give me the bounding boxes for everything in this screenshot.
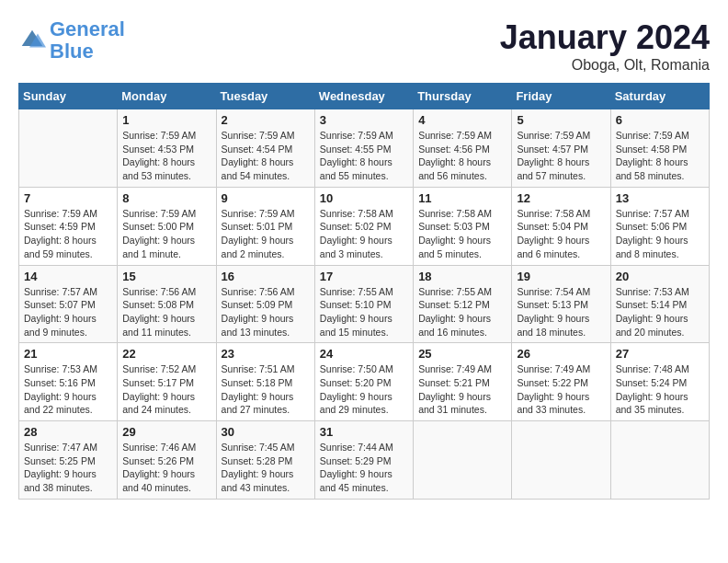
sunrise-text: Sunrise: 7:53 AM — [616, 286, 689, 297]
sunrise-text: Sunrise: 7:53 AM — [24, 363, 97, 374]
daylight-text: Daylight: 8 hours and 53 minutes. — [122, 156, 195, 181]
daylight-text: Daylight: 9 hours and 15 minutes. — [320, 313, 392, 338]
sunrise-text: Sunrise: 7:58 AM — [418, 208, 492, 219]
day-info: Sunrise: 7:55 AMSunset: 5:12 PMDaylight:… — [418, 285, 506, 339]
day-number: 20 — [616, 270, 704, 283]
sunset-text: Sunset: 4:59 PM — [24, 221, 96, 232]
daylight-text: Daylight: 9 hours and 31 minutes. — [418, 391, 491, 416]
week-row-4: 21Sunrise: 7:53 AMSunset: 5:16 PMDayligh… — [19, 343, 710, 421]
calendar-cell: 13Sunrise: 7:57 AMSunset: 5:06 PMDayligh… — [610, 187, 709, 265]
calendar-cell: 17Sunrise: 7:55 AMSunset: 5:10 PMDayligh… — [314, 265, 413, 343]
day-number: 29 — [122, 425, 210, 439]
daylight-text: Daylight: 9 hours and 43 minutes. — [222, 468, 294, 493]
sunset-text: Sunset: 4:54 PM — [222, 144, 293, 155]
calendar-cell: 3Sunrise: 7:59 AMSunset: 4:55 PMDaylight… — [314, 109, 413, 188]
day-info: Sunrise: 7:54 AMSunset: 5:13 PMDaylight:… — [517, 285, 605, 339]
day-info: Sunrise: 7:59 AMSunset: 4:58 PMDaylight:… — [616, 129, 704, 183]
daylight-text: Daylight: 8 hours and 59 minutes. — [24, 235, 97, 259]
sunrise-text: Sunrise: 7:56 AM — [222, 286, 295, 297]
day-number: 14 — [24, 270, 112, 283]
calendar-cell: 21Sunrise: 7:53 AMSunset: 5:16 PMDayligh… — [19, 343, 118, 421]
day-info: Sunrise: 7:59 AMSunset: 4:53 PMDaylight:… — [122, 129, 210, 183]
day-info: Sunrise: 7:48 AMSunset: 5:24 PMDaylight:… — [616, 362, 704, 417]
day-info: Sunrise: 7:46 AMSunset: 5:26 PMDaylight:… — [122, 441, 210, 495]
sunset-text: Sunset: 5:08 PM — [122, 299, 194, 310]
day-number: 7 — [24, 191, 112, 205]
sunrise-text: Sunrise: 7:47 AM — [24, 442, 97, 453]
sunrise-text: Sunrise: 7:57 AM — [616, 208, 689, 219]
week-row-3: 14Sunrise: 7:57 AMSunset: 5:07 PMDayligh… — [19, 265, 710, 343]
calendar-cell: 19Sunrise: 7:54 AMSunset: 5:13 PMDayligh… — [512, 265, 610, 343]
day-number: 18 — [418, 270, 506, 283]
daylight-text: Daylight: 9 hours and 29 minutes. — [320, 391, 392, 416]
day-info: Sunrise: 7:58 AMSunset: 5:03 PMDaylight:… — [418, 207, 506, 261]
sunset-text: Sunset: 5:03 PM — [418, 221, 490, 232]
sunrise-text: Sunrise: 7:59 AM — [122, 130, 196, 141]
day-number: 13 — [616, 191, 704, 205]
calendar-cell: 7Sunrise: 7:59 AMSunset: 4:59 PMDaylight… — [19, 187, 118, 265]
sunrise-text: Sunrise: 7:54 AM — [517, 286, 590, 297]
sunrise-text: Sunrise: 7:50 AM — [320, 363, 393, 374]
day-number: 16 — [222, 270, 310, 283]
week-row-5: 28Sunrise: 7:47 AMSunset: 5:25 PMDayligh… — [19, 421, 710, 500]
day-number: 15 — [122, 270, 210, 283]
calendar-cell: 26Sunrise: 7:49 AMSunset: 5:22 PMDayligh… — [512, 343, 610, 421]
logo-line1: General — [50, 17, 125, 40]
day-number: 26 — [517, 347, 605, 361]
daylight-text: Daylight: 9 hours and 9 minutes. — [24, 313, 97, 338]
calendar-cell: 4Sunrise: 7:59 AMSunset: 4:56 PMDaylight… — [414, 109, 512, 188]
sunset-text: Sunset: 5:16 PM — [24, 377, 96, 388]
daylight-text: Daylight: 8 hours and 55 minutes. — [320, 156, 392, 181]
day-number: 1 — [122, 113, 210, 127]
calendar-cell: 9Sunrise: 7:59 AMSunset: 5:01 PMDaylight… — [216, 187, 314, 265]
sunrise-text: Sunrise: 7:59 AM — [122, 208, 196, 219]
calendar-cell: 1Sunrise: 7:59 AMSunset: 4:53 PMDaylight… — [118, 109, 216, 188]
sunrise-text: Sunrise: 7:51 AM — [222, 363, 295, 374]
daylight-text: Daylight: 9 hours and 8 minutes. — [616, 235, 688, 259]
daylight-text: Daylight: 9 hours and 20 minutes. — [616, 313, 688, 338]
day-number: 11 — [418, 191, 506, 205]
sunrise-text: Sunrise: 7:59 AM — [418, 130, 492, 141]
sunset-text: Sunset: 4:57 PM — [517, 144, 588, 155]
sunset-text: Sunset: 5:01 PM — [222, 221, 293, 232]
calendar-cell: 14Sunrise: 7:57 AMSunset: 5:07 PMDayligh… — [19, 265, 118, 343]
sunset-text: Sunset: 5:17 PM — [122, 377, 194, 388]
sunrise-text: Sunrise: 7:57 AM — [24, 286, 97, 297]
calendar-cell — [19, 109, 118, 188]
daylight-text: Daylight: 8 hours and 56 minutes. — [418, 156, 491, 181]
calendar-cell: 11Sunrise: 7:58 AMSunset: 5:03 PMDayligh… — [414, 187, 512, 265]
sunrise-text: Sunrise: 7:55 AM — [320, 286, 393, 297]
day-info: Sunrise: 7:59 AMSunset: 4:54 PMDaylight:… — [222, 129, 310, 183]
day-info: Sunrise: 7:53 AMSunset: 5:16 PMDaylight:… — [24, 362, 112, 417]
sunrise-text: Sunrise: 7:59 AM — [24, 208, 97, 219]
daylight-text: Daylight: 9 hours and 5 minutes. — [418, 235, 491, 259]
sunrise-text: Sunrise: 7:45 AM — [222, 442, 295, 453]
sunset-text: Sunset: 5:12 PM — [418, 299, 490, 310]
daylight-text: Daylight: 9 hours and 22 minutes. — [24, 391, 97, 416]
day-number: 21 — [24, 347, 112, 361]
day-info: Sunrise: 7:56 AMSunset: 5:08 PMDaylight:… — [122, 285, 210, 339]
day-number: 9 — [222, 191, 310, 205]
day-number: 3 — [320, 113, 408, 127]
daylight-text: Daylight: 9 hours and 38 minutes. — [24, 468, 97, 493]
daylight-text: Daylight: 9 hours and 40 minutes. — [122, 468, 195, 493]
day-number: 24 — [320, 347, 408, 361]
daylight-text: Daylight: 9 hours and 2 minutes. — [222, 235, 294, 259]
day-info: Sunrise: 7:58 AMSunset: 5:04 PMDaylight:… — [517, 207, 605, 261]
day-info: Sunrise: 7:49 AMSunset: 5:22 PMDaylight:… — [517, 362, 605, 417]
day-number: 19 — [517, 270, 605, 283]
calendar-cell: 29Sunrise: 7:46 AMSunset: 5:26 PMDayligh… — [118, 421, 216, 500]
sunset-text: Sunset: 5:21 PM — [418, 377, 490, 388]
col-header-thursday: Thursday — [414, 84, 512, 109]
day-number: 30 — [222, 425, 310, 439]
sunrise-text: Sunrise: 7:49 AM — [517, 363, 590, 374]
day-number: 25 — [418, 347, 506, 361]
day-number: 17 — [320, 270, 408, 283]
daylight-text: Daylight: 9 hours and 27 minutes. — [222, 391, 294, 416]
calendar-cell: 18Sunrise: 7:55 AMSunset: 5:12 PMDayligh… — [414, 265, 512, 343]
sunrise-text: Sunrise: 7:58 AM — [320, 208, 393, 219]
col-header-monday: Monday — [118, 84, 216, 109]
day-number: 6 — [616, 113, 704, 127]
daylight-text: Daylight: 9 hours and 11 minutes. — [122, 313, 195, 338]
day-info: Sunrise: 7:59 AMSunset: 4:59 PMDaylight:… — [24, 207, 112, 261]
